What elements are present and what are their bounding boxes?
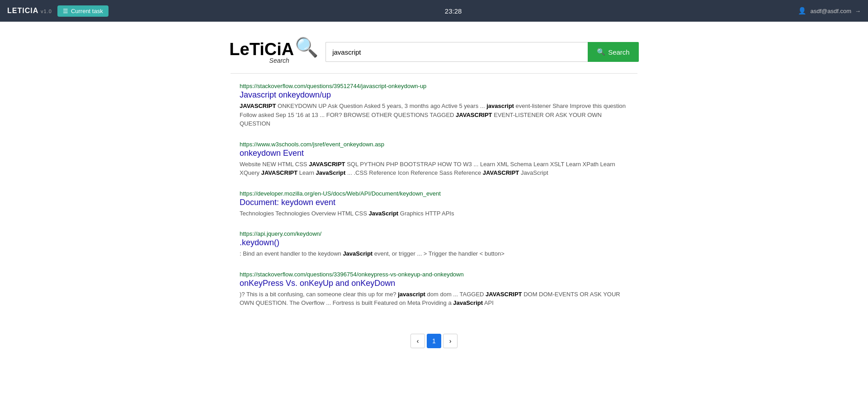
result-title[interactable]: onKeyPress Vs. onKeyUp and onKeyDown bbox=[240, 279, 628, 288]
result-title[interactable]: Document: keydown event bbox=[240, 198, 628, 207]
result-snippet: : Bind an event handler to the keydown J… bbox=[240, 249, 628, 258]
pagination-next[interactable]: › bbox=[443, 334, 458, 348]
result-snippet: JAVASCRIPT ONKEYDOWN UP Ask Question Ask… bbox=[240, 102, 628, 128]
pagination-prev[interactable]: ‹ bbox=[410, 334, 425, 348]
logo-text: LeTiCiA 🔍 bbox=[229, 40, 318, 59]
result-snippet: )? This is a bit confusing, can someone … bbox=[240, 290, 628, 308]
result-url: https://stackoverflow.com/questions/3396… bbox=[240, 271, 628, 278]
result-item: https://stackoverflow.com/questions/3951… bbox=[240, 83, 628, 128]
result-snippet: Technologies Technologies Overview HTML … bbox=[240, 209, 628, 218]
logo-area: LeTiCiA 🔍 Search bbox=[229, 40, 318, 64]
search-bar: 🔍 Search bbox=[326, 42, 639, 62]
magnifier-icon: 🔍 bbox=[295, 38, 318, 57]
result-url: https://www.w3schools.com/jsref/event_on… bbox=[240, 141, 628, 148]
result-item: https://developer.mozilla.org/en-US/docs… bbox=[240, 190, 628, 218]
result-url: https://api.jquery.com/keydown/ bbox=[240, 230, 628, 237]
list-icon: ☰ bbox=[63, 8, 68, 14]
result-item: https://stackoverflow.com/questions/3396… bbox=[240, 271, 628, 308]
result-item: https://api.jquery.com/keydown/ .keydown… bbox=[240, 230, 628, 258]
result-title[interactable]: onkeydown Event bbox=[240, 149, 628, 158]
pagination: ‹ 1 › bbox=[0, 320, 868, 366]
brand-version: v1.0 bbox=[41, 9, 52, 14]
result-title[interactable]: .keydown() bbox=[240, 238, 628, 247]
results-container: https://stackoverflow.com/questions/3951… bbox=[231, 83, 637, 308]
user-icon: 👤 bbox=[798, 7, 807, 15]
pagination-page-1[interactable]: 1 bbox=[427, 334, 441, 348]
search-input[interactable] bbox=[326, 42, 588, 62]
navbar: LETICIA v1.0 ☰ Current task 23:28 👤 asdf… bbox=[0, 0, 868, 22]
result-url: https://developer.mozilla.org/en-US/docs… bbox=[240, 190, 628, 197]
current-task-button[interactable]: ☰ Current task bbox=[57, 5, 108, 17]
search-button-icon: 🔍 bbox=[597, 48, 605, 56]
navbar-right: 👤 asdf@asdf.com → bbox=[798, 7, 861, 15]
search-header: LeTiCiA 🔍 Search 🔍 Search bbox=[0, 22, 868, 73]
result-item: https://www.w3schools.com/jsref/event_on… bbox=[240, 141, 628, 177]
logout-icon[interactable]: → bbox=[855, 8, 861, 14]
user-email: asdf@asdf.com bbox=[810, 8, 851, 14]
search-button[interactable]: 🔍 Search bbox=[588, 42, 639, 62]
result-snippet: Website NEW HTML CSS JAVASCRIPT SQL PYTH… bbox=[240, 160, 628, 177]
navbar-left: LETICIA v1.0 ☰ Current task bbox=[7, 5, 108, 17]
result-title[interactable]: Javascript onkeydown/up bbox=[240, 90, 628, 100]
navbar-time: 23:28 bbox=[445, 7, 462, 15]
results-divider bbox=[231, 73, 637, 74]
result-url: https://stackoverflow.com/questions/3951… bbox=[240, 83, 628, 89]
brand-name: LETICIA v1.0 bbox=[7, 7, 52, 15]
